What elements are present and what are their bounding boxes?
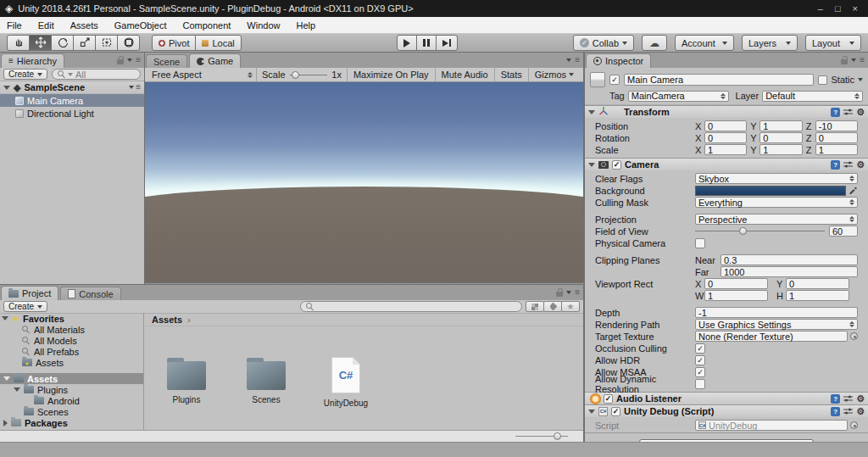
foldout-open-icon[interactable] <box>14 387 20 392</box>
fov-value-input[interactable]: 60 <box>829 226 858 237</box>
rect-transform-tool-button[interactable] <box>117 35 140 51</box>
gear-icon[interactable]: ⚙ <box>856 160 865 170</box>
menu-window[interactable]: Window <box>247 20 280 31</box>
cloud-button[interactable]: ☁ <box>642 35 667 51</box>
foldout-closed-icon[interactable] <box>3 420 8 426</box>
game-scale-slider[interactable] <box>290 70 328 81</box>
menu-component[interactable]: Component <box>182 20 231 31</box>
tree-item-all-models[interactable]: All Models <box>0 335 143 346</box>
position-y-input[interactable]: 1 <box>760 120 802 131</box>
stats-button[interactable]: Stats <box>494 68 528 81</box>
search-by-type-button[interactable] <box>526 301 544 312</box>
scale-z-input[interactable]: 1 <box>815 144 858 155</box>
audio-listener-enabled-checkbox[interactable]: ✓ <box>604 394 613 404</box>
camera-enabled-checkbox[interactable]: ✓ <box>612 160 621 170</box>
help-icon[interactable]: ? <box>831 394 840 404</box>
panel-caret-icon[interactable] <box>127 59 132 62</box>
presets-icon[interactable] <box>843 394 853 403</box>
position-z-input[interactable]: -10 <box>815 120 858 131</box>
physical-camera-checkbox[interactable] <box>695 238 705 248</box>
viewport-h-input[interactable]: 1 <box>786 290 849 301</box>
foldout-open-icon[interactable] <box>588 110 595 114</box>
minimize-button[interactable]: – <box>818 3 823 14</box>
foldout-open-icon[interactable] <box>3 376 10 381</box>
menu-gameobject[interactable]: GameObject <box>114 20 167 31</box>
camera-component-header[interactable]: ✓ Camera ? ⚙ <box>585 158 868 170</box>
script-field[interactable]: C# UnityDebug <box>695 420 848 431</box>
rotate-tool-button[interactable] <box>51 35 74 51</box>
scale-y-input[interactable]: 1 <box>760 144 802 155</box>
tag-dropdown[interactable]: MainCamera <box>628 91 729 102</box>
static-caret-icon[interactable] <box>858 78 863 81</box>
project-search-input[interactable] <box>300 301 522 312</box>
scene-caret-icon[interactable] <box>129 86 134 89</box>
menu-file[interactable]: File <box>7 20 22 31</box>
pause-button[interactable] <box>416 35 437 51</box>
foldout-open-icon[interactable] <box>2 316 8 320</box>
hand-tool-button[interactable] <box>7 35 30 51</box>
mute-audio-button[interactable]: Mute Audio <box>435 68 494 81</box>
gameobject-name-input[interactable]: Main Camera <box>624 74 814 86</box>
viewport-x-input[interactable]: 0 <box>704 278 768 289</box>
scene-menu-icon[interactable]: ≡ <box>136 83 141 92</box>
occlusion-culling-checkbox[interactable]: ✓ <box>695 343 705 354</box>
layer-dropdown[interactable]: Default <box>762 91 863 102</box>
help-icon[interactable]: ? <box>831 407 840 416</box>
hierarchy-item-directional-light[interactable]: Directional Light <box>0 107 144 120</box>
help-icon[interactable]: ? <box>831 108 840 117</box>
unity-debug-component-header[interactable]: C# ✓ Unity Debug (Script) ? ⚙ <box>585 404 868 417</box>
target-texture-field[interactable]: None (Render Texture) <box>695 331 848 342</box>
rotation-z-input[interactable]: 0 <box>815 132 858 143</box>
audio-listener-component-header[interactable]: ✓ Audio Listener ? ⚙ <box>585 392 868 404</box>
hierarchy-scene-row[interactable]: ◈ SampleScene ≡ <box>0 81 144 94</box>
object-picker-icon[interactable] <box>850 421 858 429</box>
tree-item-packages[interactable]: Packages <box>0 417 143 428</box>
pivot-toggle-button[interactable]: Pivot <box>152 35 196 51</box>
play-button[interactable] <box>397 35 417 51</box>
tab-game[interactable]: Game <box>189 53 241 68</box>
gear-icon[interactable]: ⚙ <box>856 394 865 404</box>
close-button[interactable]: × <box>853 3 858 14</box>
game-viewport[interactable] <box>145 82 583 282</box>
panel-menu-icon[interactable]: ≡ <box>575 288 580 297</box>
panel-caret-icon[interactable] <box>566 59 571 62</box>
favorite-search-button[interactable]: ★ <box>561 301 580 312</box>
allow-dynamic-resolution-checkbox[interactable] <box>695 379 705 389</box>
tree-item-favorites[interactable]: ★ Favorites <box>0 313 143 324</box>
eyedropper-icon[interactable] <box>849 185 858 196</box>
fov-slider[interactable] <box>695 226 825 237</box>
slider-thumb[interactable] <box>292 71 299 79</box>
icon-size-slider[interactable] <box>515 432 568 442</box>
maximize-button[interactable]: □ <box>835 3 841 14</box>
aspect-dropdown[interactable]: Free Aspect <box>148 68 257 81</box>
local-toggle-button[interactable]: Local <box>195 35 241 51</box>
search-by-label-button[interactable] <box>543 301 562 312</box>
gizmos-dropdown[interactable]: Gizmos <box>528 68 580 81</box>
collab-button[interactable]: ✓ Collab <box>573 35 634 51</box>
menu-edit[interactable]: Edit <box>38 20 54 31</box>
tree-item-plugins[interactable]: Plugins <box>0 384 143 395</box>
panel-menu-icon[interactable]: ≡ <box>136 56 141 64</box>
menu-assets[interactable]: Assets <box>70 20 98 31</box>
allow-hdr-checkbox[interactable]: ✓ <box>695 355 705 365</box>
tab-project[interactable]: Project <box>1 286 58 300</box>
layers-dropdown[interactable]: Layers <box>742 35 798 51</box>
active-checkbox[interactable]: ✓ <box>609 75 620 85</box>
tab-console[interactable]: Console <box>60 287 120 300</box>
account-dropdown[interactable]: Account <box>675 35 734 51</box>
tree-item-assets-root[interactable]: Assets <box>0 373 143 384</box>
lock-icon[interactable] <box>556 292 563 297</box>
panel-caret-icon[interactable] <box>851 59 856 62</box>
project-create-button[interactable]: Create <box>3 301 47 312</box>
hierarchy-create-button[interactable]: Create <box>3 69 47 80</box>
tab-hierarchy[interactable]: ≡ Hierarchy <box>1 53 64 68</box>
slider-thumb[interactable] <box>554 432 561 440</box>
presets-icon[interactable] <box>843 160 853 169</box>
static-checkbox[interactable] <box>818 75 827 85</box>
foldout-open-icon[interactable] <box>588 163 595 167</box>
asset-item-plugins[interactable]: Plugins <box>157 357 216 408</box>
lock-icon[interactable] <box>117 59 124 64</box>
menu-help[interactable]: Help <box>296 20 315 31</box>
object-picker-icon[interactable] <box>850 332 858 340</box>
allow-msaa-checkbox[interactable]: ✓ <box>695 367 705 377</box>
